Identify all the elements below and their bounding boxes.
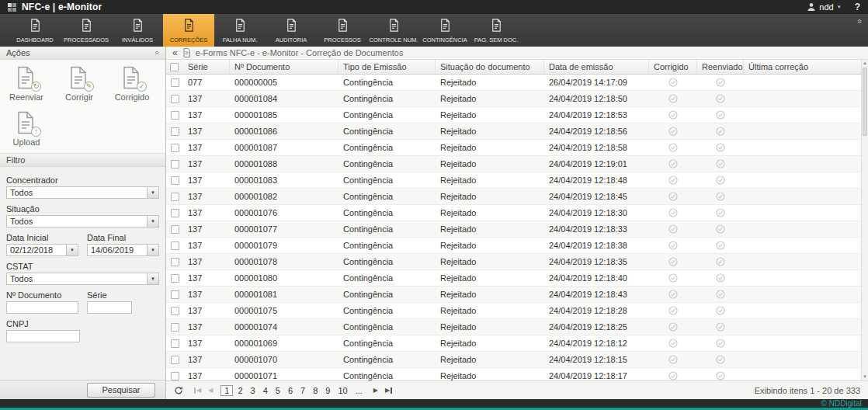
page-button-5[interactable]: 5 <box>273 385 283 396</box>
help-button[interactable]: ? <box>855 2 860 12</box>
scroll-up-icon[interactable]: ▲ <box>862 60 868 67</box>
ribbon-item-correcoes[interactable]: CORREÇÕES <box>163 14 214 47</box>
row-checkbox[interactable] <box>171 241 179 250</box>
row-checkbox[interactable] <box>171 209 179 217</box>
table-row[interactable]: 137 000001086 Contingência Rejeitado 24/… <box>166 123 868 140</box>
cnpj-input[interactable] <box>6 330 80 342</box>
table-row[interactable]: 137 000001082 Contingência Rejeitado 24/… <box>166 189 868 205</box>
row-checkbox[interactable] <box>171 225 179 234</box>
collapse-sidebar-icon[interactable]: « <box>172 48 178 57</box>
ribbon-item-contingencia[interactable]: CONTINGÊNCIA <box>419 14 470 47</box>
ribbon-item-dashboard[interactable]: DASHBOARD <box>9 14 61 47</box>
column-header-serie[interactable]: Série <box>183 60 230 74</box>
collapse-ribbon-icon[interactable]: « <box>855 19 863 23</box>
row-checkbox[interactable] <box>171 339 179 348</box>
row-checkbox[interactable] <box>171 372 179 380</box>
table-row[interactable]: 137 000001079 Contingência Rejeitado 24/… <box>166 238 868 254</box>
ribbon-item-pag-sem-doc[interactable]: PAG. SEM DOC. <box>470 14 522 47</box>
row-checkbox[interactable] <box>171 290 179 299</box>
row-checkbox[interactable] <box>171 258 179 266</box>
collapse-actions-icon[interactable]: « <box>153 50 161 55</box>
cell-data-emissao: 24/04/2019 12:18:15 <box>544 355 649 364</box>
column-header-tipo-emissao[interactable]: Tipo de Emissão <box>339 60 436 74</box>
table-row[interactable]: 137 000001088 Contingência Rejeitado 24/… <box>166 156 868 172</box>
ribbon-item-processados[interactable]: PROCESSADOS <box>61 14 112 47</box>
data-final-dropdown-icon[interactable]: ▼ <box>147 245 158 255</box>
ribbon-item-falha-num[interactable]: FALHA NUM. <box>214 14 266 47</box>
action-corrigido[interactable]: ✓ Corrigido <box>110 66 154 103</box>
column-header-data-emissao[interactable]: Data de emissão <box>544 60 649 74</box>
page-button-1[interactable]: 1 <box>220 385 233 396</box>
ribbon-item-auditoria[interactable]: AUDITORIA <box>266 14 317 47</box>
table-row[interactable]: 137 000001074 Contingência Rejeitado 24/… <box>166 319 868 335</box>
column-header-corrigido[interactable]: Corrigido <box>649 60 697 74</box>
action-reenviar[interactable]: ↻ Reenviar <box>5 66 48 103</box>
scroll-down-icon[interactable]: ▼ <box>862 374 868 380</box>
vertical-scrollbar[interactable]: ▲ ▼ <box>861 60 868 380</box>
table-row[interactable]: 137 000001075 Contingência Rejeitado 24/… <box>166 303 868 319</box>
table-row[interactable]: 137 000001083 Contingência Rejeitado 24/… <box>166 172 868 189</box>
row-checkbox[interactable] <box>171 160 179 169</box>
page-button-10[interactable]: 10 <box>335 385 350 396</box>
data-final-picker[interactable]: 14/06/2019 ▼ <box>87 244 159 256</box>
page-button-8[interactable]: 8 <box>310 385 321 396</box>
num-documento-input[interactable] <box>6 301 78 314</box>
row-checkbox[interactable] <box>171 307 179 315</box>
serie-input[interactable] <box>87 301 132 314</box>
row-checkbox[interactable] <box>171 323 179 332</box>
column-header-ultima-correcao[interactable]: Última correção <box>744 60 861 74</box>
cstat-dropdown-icon[interactable]: ▼ <box>147 273 158 284</box>
page-button-4[interactable]: 4 <box>260 385 271 396</box>
row-checkbox[interactable] <box>171 95 179 103</box>
table-row[interactable]: 137 000001087 Contingência Rejeitado 24/… <box>166 140 868 156</box>
scrollbar-thumb[interactable] <box>863 68 867 136</box>
column-header-situacao[interactable]: Situação do documento <box>436 60 544 74</box>
table-row[interactable]: 137 000001080 Contingência Rejeitado 24/… <box>166 270 868 287</box>
table-row[interactable]: 137 000001070 Contingência Rejeitado 24/… <box>166 352 868 368</box>
ribbon-item-processos[interactable]: PROCESSOS <box>317 14 368 47</box>
table-row[interactable]: 137 000001085 Contingência Rejeitado 24/… <box>166 107 868 123</box>
search-button[interactable]: Pesquisar <box>87 383 155 398</box>
prev-page-button[interactable]: ◀ <box>206 387 215 394</box>
cstat-select[interactable]: Todos ▼ <box>6 273 159 285</box>
page-button-9[interactable]: 9 <box>322 385 333 396</box>
page-button-6[interactable]: 6 <box>285 385 296 396</box>
action-corrigir[interactable]: ✎ Corrigir <box>57 66 101 103</box>
table-row[interactable]: 137 000001071 Contingência Rejeitado 24/… <box>166 368 868 380</box>
last-page-button[interactable]: ▶ <box>383 387 394 394</box>
row-checkbox[interactable] <box>171 356 179 364</box>
situacao-select[interactable]: Todos ▼ <box>6 215 159 228</box>
user-menu[interactable]: ndd ▼ <box>807 2 841 12</box>
row-checkbox[interactable] <box>171 111 179 120</box>
action-upload[interactable]: ↑ Upload <box>5 111 48 148</box>
table-row[interactable]: 137 000001069 Contingência Rejeitado 24/… <box>166 335 868 352</box>
row-checkbox[interactable] <box>171 127 179 136</box>
table-row[interactable]: 137 000001076 Contingência Rejeitado 24/… <box>166 205 868 221</box>
table-row[interactable]: 137 000001084 Contingência Rejeitado 24/… <box>166 91 868 107</box>
concentrador-select[interactable]: Todos ▼ <box>6 186 159 199</box>
page-button-7[interactable]: 7 <box>297 385 308 396</box>
data-inicial-dropdown-icon[interactable]: ▼ <box>66 245 78 255</box>
row-checkbox[interactable] <box>171 78 179 87</box>
page-button-2[interactable]: 2 <box>234 385 245 396</box>
next-page-button[interactable]: ▶ <box>371 387 380 394</box>
refresh-icon[interactable] <box>174 386 183 395</box>
row-checkbox[interactable] <box>171 193 179 201</box>
data-inicial-picker[interactable]: 02/12/2018 ▼ <box>6 244 78 256</box>
ribbon-item-controle-num[interactable]: CONTROLE NUM. <box>368 14 419 47</box>
first-page-button[interactable]: ◀ <box>192 387 203 394</box>
table-row[interactable]: 077 000000005 Contingência Rejeitado 26/… <box>166 75 868 91</box>
table-row[interactable]: 137 000001078 Contingência Rejeitado 24/… <box>166 254 868 270</box>
column-header-reenviado[interactable]: Reenviado <box>697 60 744 74</box>
row-checkbox[interactable] <box>171 144 179 152</box>
column-header-documento[interactable]: Nº Documento <box>230 60 339 74</box>
concentrador-dropdown-icon[interactable]: ▼ <box>147 187 158 198</box>
ribbon-item-invalidos[interactable]: INVÁLIDOS <box>112 14 163 47</box>
row-checkbox[interactable] <box>171 176 179 185</box>
select-all-checkbox[interactable] <box>170 63 179 71</box>
table-row[interactable]: 137 000001077 Contingência Rejeitado 24/… <box>166 221 868 238</box>
table-row[interactable]: 137 000001081 Contingência Rejeitado 24/… <box>166 287 868 303</box>
situacao-dropdown-icon[interactable]: ▼ <box>147 216 158 227</box>
row-checkbox[interactable] <box>171 274 179 283</box>
page-button-3[interactable]: 3 <box>248 385 259 396</box>
